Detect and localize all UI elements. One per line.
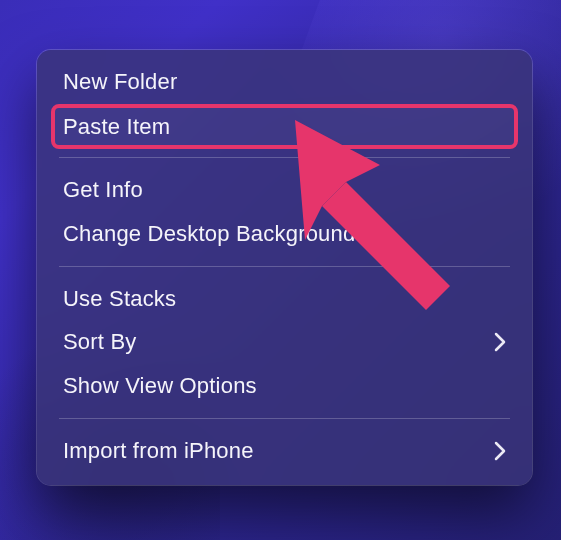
desktop-context-menu: New Folder Paste Item Get Info Change De… (37, 50, 532, 485)
chevron-right-icon (494, 332, 506, 352)
chevron-right-icon (494, 441, 506, 461)
menu-divider (59, 418, 510, 419)
menu-item-label: Get Info (63, 175, 143, 205)
menu-item-sort-by[interactable]: Sort By (37, 320, 532, 364)
menu-item-label: Change Desktop Background… (63, 219, 378, 249)
menu-item-label: Sort By (63, 327, 137, 357)
menu-item-use-stacks[interactable]: Use Stacks (37, 277, 532, 321)
menu-divider (59, 266, 510, 267)
menu-item-change-desktop-background[interactable]: Change Desktop Background… (37, 212, 532, 256)
menu-item-show-view-options[interactable]: Show View Options (37, 364, 532, 408)
menu-item-import-from-iphone[interactable]: Import from iPhone (37, 429, 532, 473)
menu-item-get-info[interactable]: Get Info (37, 168, 532, 212)
menu-item-label: New Folder (63, 67, 177, 97)
menu-item-label: Import from iPhone (63, 436, 254, 466)
menu-item-label: Paste Item (63, 112, 170, 142)
menu-item-label: Use Stacks (63, 284, 176, 314)
menu-item-new-folder[interactable]: New Folder (37, 60, 532, 104)
menu-item-paste-item[interactable]: Paste Item (53, 106, 516, 148)
menu-divider (59, 157, 510, 158)
menu-item-label: Show View Options (63, 371, 257, 401)
